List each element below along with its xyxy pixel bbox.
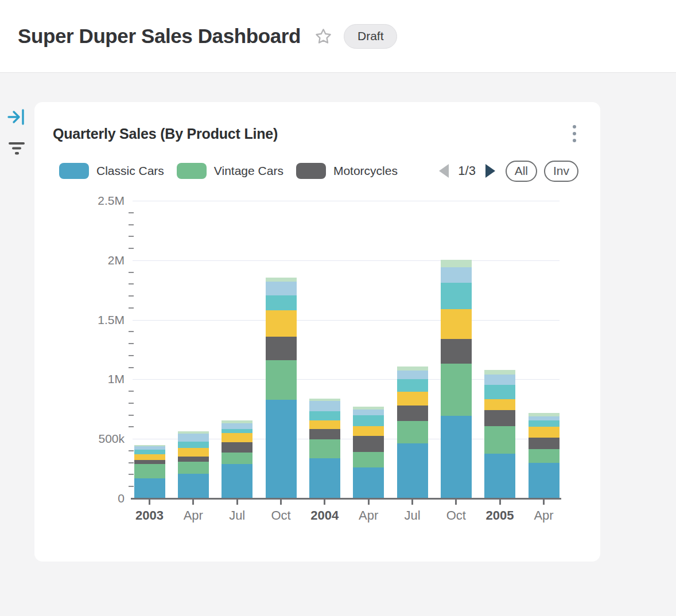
bar-segment[interactable] xyxy=(397,379,428,392)
bar-segment[interactable] xyxy=(134,450,165,454)
y-axis-minor-tick xyxy=(129,331,134,332)
bar-segment[interactable] xyxy=(134,460,165,464)
bar-segment[interactable] xyxy=(309,411,340,420)
bar-segment[interactable] xyxy=(222,423,252,429)
card-title: Quarterly Sales (By Product Line) xyxy=(53,126,278,142)
bar-segment[interactable] xyxy=(397,421,428,443)
bar-segment[interactable] xyxy=(178,462,209,474)
bar-segment[interactable] xyxy=(484,426,515,454)
y-axis-minor-tick xyxy=(129,224,134,225)
bar-segment[interactable] xyxy=(266,278,297,282)
bar-segment[interactable] xyxy=(484,399,515,410)
bar-segment[interactable] xyxy=(134,454,165,460)
bar-segment[interactable] xyxy=(266,337,297,361)
bar-segment[interactable] xyxy=(484,375,515,385)
bar-segment[interactable] xyxy=(397,367,428,371)
bar-segment[interactable] xyxy=(441,309,472,340)
bar-segment[interactable] xyxy=(178,442,209,448)
bar-segment[interactable] xyxy=(353,436,384,452)
bar-segment[interactable] xyxy=(529,463,560,498)
bar-segment[interactable] xyxy=(484,454,515,498)
bar-segment[interactable] xyxy=(178,474,209,498)
legend-item[interactable]: Classic Cars xyxy=(59,163,164,179)
bar-segment[interactable] xyxy=(441,339,472,364)
legend-label: Motorcycles xyxy=(333,164,398,178)
bar-segment[interactable] xyxy=(222,453,252,464)
bar-segment[interactable] xyxy=(309,401,340,411)
bar-segment[interactable] xyxy=(178,448,209,457)
bar-segment[interactable] xyxy=(266,360,297,400)
bar-segment[interactable] xyxy=(484,385,515,399)
y-axis-minor-tick xyxy=(129,248,134,249)
bar-segment[interactable] xyxy=(397,443,428,498)
next-page-icon[interactable] xyxy=(485,164,495,178)
bar-stack[interactable] xyxy=(222,420,252,498)
bar-segment[interactable] xyxy=(397,406,428,421)
filter-icon[interactable] xyxy=(6,140,27,156)
bar-stack[interactable] xyxy=(441,260,472,498)
y-axis-label: 0 xyxy=(81,492,125,505)
bar-segment[interactable] xyxy=(353,415,384,426)
collapse-panel-icon[interactable] xyxy=(7,108,26,126)
bar-segment[interactable] xyxy=(353,426,384,436)
prev-page-icon[interactable] xyxy=(439,164,449,178)
legend-item[interactable]: Vintage Cars xyxy=(177,163,283,179)
bar-stack[interactable] xyxy=(134,445,165,498)
bar-segment[interactable] xyxy=(353,410,384,415)
bar-segment[interactable] xyxy=(529,449,560,463)
bar-stack[interactable] xyxy=(529,413,560,498)
bar-segment[interactable] xyxy=(222,464,252,498)
bar-segment[interactable] xyxy=(266,310,297,337)
bar-stack[interactable] xyxy=(309,399,340,498)
bar-segment[interactable] xyxy=(397,371,428,379)
y-axis-minor-tick xyxy=(129,283,134,284)
legend-swatch xyxy=(59,163,89,179)
bar-stack[interactable] xyxy=(266,278,297,498)
bar-segment[interactable] xyxy=(309,429,340,439)
bar-stack[interactable] xyxy=(484,370,515,498)
bar-segment[interactable] xyxy=(134,464,165,478)
bar-segment[interactable] xyxy=(397,392,428,406)
page-header: Super Duper Sales Dashboard Draft xyxy=(0,0,676,73)
x-axis-tick xyxy=(368,500,370,505)
bar-segment[interactable] xyxy=(178,457,209,462)
chart-card: Quarterly Sales (By Product Line) Classi… xyxy=(34,102,600,562)
bar-segment[interactable] xyxy=(309,439,340,458)
bar-stack[interactable] xyxy=(178,431,209,498)
bar-segment[interactable] xyxy=(222,429,252,433)
gridline xyxy=(133,260,560,261)
bar-stack[interactable] xyxy=(397,367,428,498)
bar-segment[interactable] xyxy=(441,283,472,309)
y-axis-minor-tick xyxy=(129,450,134,451)
bar-segment[interactable] xyxy=(178,434,209,442)
bar-segment[interactable] xyxy=(529,420,560,427)
legend-item[interactable]: Motorcycles xyxy=(296,163,398,179)
bar-segment[interactable] xyxy=(353,452,384,467)
bar-segment[interactable] xyxy=(309,420,340,429)
bar-segment[interactable] xyxy=(222,433,252,442)
bar-segment[interactable] xyxy=(484,410,515,426)
bar-segment[interactable] xyxy=(353,467,384,498)
legend-swatch xyxy=(177,163,207,179)
bar-segment[interactable] xyxy=(441,267,472,283)
bar-stack[interactable] xyxy=(353,407,384,498)
y-axis-minor-tick xyxy=(129,474,134,475)
bar-segment[interactable] xyxy=(266,400,297,498)
bar-segment[interactable] xyxy=(529,438,560,449)
bar-segment[interactable] xyxy=(484,370,515,375)
bar-segment[interactable] xyxy=(134,478,165,498)
kebab-menu-icon[interactable] xyxy=(568,123,581,145)
bar-segment[interactable] xyxy=(441,260,472,267)
favorite-star-icon[interactable] xyxy=(314,28,332,45)
bar-segment[interactable] xyxy=(441,416,472,498)
invert-selection-button[interactable]: Inv xyxy=(544,161,578,182)
bar-segment[interactable] xyxy=(309,458,340,498)
bar-segment[interactable] xyxy=(222,442,252,453)
bar-segment[interactable] xyxy=(266,295,297,310)
bar-segment[interactable] xyxy=(529,416,560,421)
select-all-button[interactable]: All xyxy=(506,161,537,182)
bar-segment[interactable] xyxy=(529,427,560,438)
y-axis-minor-tick xyxy=(129,212,134,213)
bar-segment[interactable] xyxy=(441,364,472,416)
bar-segment[interactable] xyxy=(266,282,297,295)
